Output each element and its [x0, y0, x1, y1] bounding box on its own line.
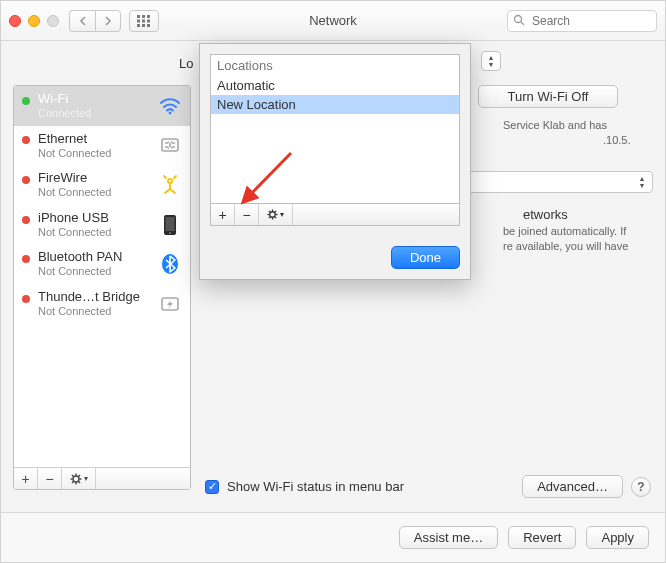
service-name: Ethernet [38, 132, 150, 147]
wifi-icon [158, 94, 182, 118]
show-all-button[interactable] [129, 10, 159, 32]
status-text: Service Klab and has [503, 118, 653, 133]
network-name-select[interactable]: ▲▼ [443, 171, 653, 193]
svg-line-32 [78, 475, 79, 476]
remove-service-button[interactable]: − [38, 468, 62, 489]
svg-rect-8 [147, 24, 150, 27]
service-name: Bluetooth PAN [38, 250, 150, 265]
search-icon [513, 14, 525, 26]
search-input[interactable] [507, 10, 657, 32]
advanced-button[interactable]: Advanced… [522, 475, 623, 498]
location-row-new-location[interactable]: New Location [211, 95, 459, 114]
svg-line-33 [72, 481, 73, 482]
svg-point-14 [169, 180, 171, 182]
service-item-wifi[interactable]: Wi-Fi Connected [14, 86, 190, 126]
ask-to-join-body: be joined automatically. If re available… [443, 224, 653, 255]
svg-line-19 [174, 176, 176, 178]
svg-line-10 [521, 22, 524, 25]
svg-rect-21 [166, 217, 175, 231]
svg-rect-0 [137, 15, 140, 18]
svg-line-18 [164, 176, 166, 178]
status-dot [22, 136, 30, 144]
svg-rect-4 [142, 19, 145, 22]
svg-point-11 [169, 111, 172, 114]
locations-listbox[interactable]: Locations Automatic New Location [210, 54, 460, 204]
svg-line-30 [72, 475, 73, 476]
service-status: Not Connected [38, 305, 150, 318]
menu-bar-status-row: ✓ Show Wi-Fi status in menu bar Advanced… [205, 475, 651, 498]
status-dot [22, 255, 30, 263]
apply-button[interactable]: Apply [586, 526, 649, 549]
service-status: Connected [38, 107, 150, 120]
show-status-checkbox[interactable]: ✓ [205, 480, 219, 494]
bluetooth-icon [158, 252, 182, 276]
firewire-icon [158, 173, 182, 197]
status-dot [22, 176, 30, 184]
titlebar: Network [1, 1, 665, 41]
zoom-window-button [47, 15, 59, 27]
service-sidebar: Wi-Fi Connected Ethernet Not Connected [13, 85, 191, 490]
window-controls [9, 15, 59, 27]
service-name: Thunde…t Bridge [38, 290, 150, 305]
service-item-bluetooth-pan[interactable]: Bluetooth PAN Not Connected [14, 244, 190, 284]
status-dot [22, 97, 30, 105]
thunderbolt-icon [158, 292, 182, 316]
svg-line-40 [275, 217, 276, 218]
service-item-iphone-usb[interactable]: iPhone USB Not Connected [14, 205, 190, 245]
iphone-icon [158, 213, 182, 237]
assist-me-button[interactable]: Assist me… [399, 526, 498, 549]
service-item-thunderbolt-bridge[interactable]: Thunde…t Bridge Not Connected [14, 284, 190, 324]
add-service-button[interactable]: + [14, 468, 38, 489]
service-item-firewire[interactable]: FireWire Not Connected [14, 165, 190, 205]
svg-rect-6 [137, 24, 140, 27]
show-status-label: Show Wi-Fi status in menu bar [227, 479, 404, 494]
help-button[interactable]: ? [631, 477, 651, 497]
location-row-automatic[interactable]: Automatic [211, 76, 459, 95]
forward-button[interactable] [95, 10, 121, 32]
back-button[interactable] [69, 10, 95, 32]
svg-line-31 [78, 481, 79, 482]
location-popup-button[interactable]: ▲▼ [481, 51, 501, 71]
ask-to-join-header: etworks [443, 207, 653, 222]
preferences-window: Network Lo ▲▼ Wi-Fi Connected [0, 0, 666, 563]
svg-rect-3 [137, 19, 140, 22]
svg-point-22 [169, 232, 171, 234]
service-list[interactable]: Wi-Fi Connected Ethernet Not Connected [14, 86, 190, 467]
add-location-button[interactable]: + [211, 204, 235, 225]
svg-line-41 [275, 211, 276, 212]
status-dot [22, 216, 30, 224]
svg-line-17 [170, 189, 175, 193]
service-actions-button[interactable]: ▾ [62, 468, 96, 489]
svg-point-34 [270, 212, 276, 218]
status-dot [22, 295, 30, 303]
service-name: iPhone USB [38, 211, 150, 226]
locations-toolbar: + − ▾ [210, 204, 460, 226]
svg-line-16 [165, 189, 170, 193]
toggle-wifi-button[interactable]: Turn Wi-Fi Off [478, 85, 618, 108]
svg-rect-5 [147, 19, 150, 22]
svg-point-9 [515, 15, 522, 22]
sidebar-toolbar: + − ▾ [14, 467, 190, 489]
location-label: Lo [179, 56, 193, 71]
ethernet-icon [158, 133, 182, 157]
svg-line-42 [269, 217, 270, 218]
service-status: Not Connected [38, 226, 150, 239]
service-name: FireWire [38, 171, 150, 186]
location-actions-button[interactable]: ▾ [259, 204, 293, 225]
status-text: .10.5. [503, 133, 653, 148]
service-name: Wi-Fi [38, 92, 150, 107]
locations-header: Locations [211, 55, 459, 76]
service-status: Not Connected [38, 147, 150, 160]
done-button[interactable]: Done [391, 246, 460, 269]
close-window-button[interactable] [9, 15, 21, 27]
service-status: Not Connected [38, 186, 150, 199]
service-status: Not Connected [38, 265, 150, 278]
svg-rect-2 [147, 15, 150, 18]
remove-location-button[interactable]: − [235, 204, 259, 225]
svg-rect-7 [142, 24, 145, 27]
minimize-window-button[interactable] [28, 15, 40, 27]
svg-point-25 [73, 476, 79, 482]
service-item-ethernet[interactable]: Ethernet Not Connected [14, 126, 190, 166]
revert-button[interactable]: Revert [508, 526, 576, 549]
locations-sheet: Locations Automatic New Location + − ▾ D… [199, 43, 471, 280]
